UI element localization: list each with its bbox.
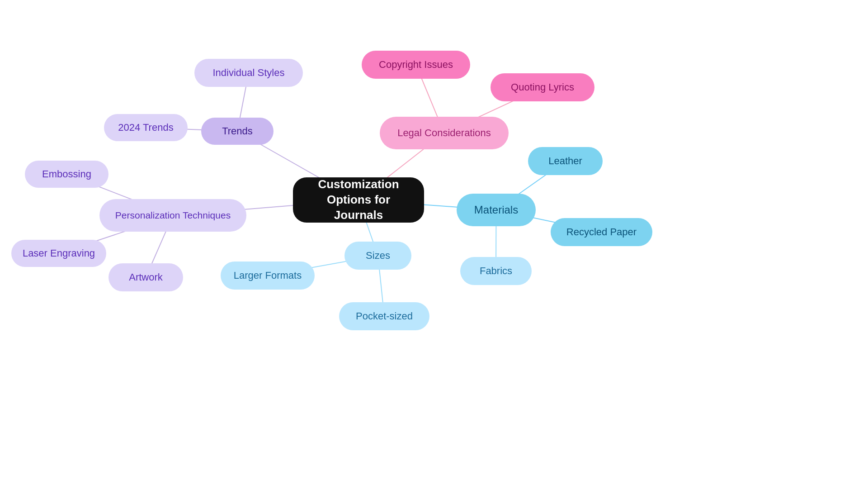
artwork-label: Artwork <box>129 271 163 283</box>
center-node: Customization Options for Journals <box>293 177 424 223</box>
artwork-node: Artwork <box>108 263 183 291</box>
trends-label: Trends <box>222 125 253 137</box>
pocket-sized-label: Pocket-sized <box>356 310 413 322</box>
trends-node: Trends <box>201 118 274 145</box>
sizes-node: Sizes <box>344 242 411 270</box>
legal-considerations-node: Legal Considerations <box>380 117 509 149</box>
personalization-techniques-node: Personalization Techniques <box>99 199 246 232</box>
sizes-label: Sizes <box>366 250 390 262</box>
personalization-techniques-label: Personalization Techniques <box>115 210 231 221</box>
leather-node: Leather <box>528 147 603 175</box>
individual-styles-node: Individual Styles <box>194 59 303 87</box>
individual-styles-label: Individual Styles <box>213 67 285 79</box>
materials-label: Materials <box>474 204 518 216</box>
recycled-paper-node: Recycled Paper <box>551 218 652 246</box>
leather-label: Leather <box>548 155 582 167</box>
laser-engraving-node: Laser Engraving <box>11 240 106 267</box>
larger-formats-label: Larger Formats <box>234 270 302 281</box>
center-label: Customization Options for Journals <box>302 177 415 223</box>
copyright-issues-label: Copyright Issues <box>379 59 453 71</box>
laser-engraving-label: Laser Engraving <box>23 247 95 259</box>
embossing-label: Embossing <box>42 168 91 180</box>
materials-node: Materials <box>457 194 536 226</box>
embossing-node: Embossing <box>25 161 108 188</box>
recycled-paper-label: Recycled Paper <box>566 226 637 238</box>
quoting-lyrics-node: Quoting Lyrics <box>491 73 594 101</box>
larger-formats-node: Larger Formats <box>221 262 315 290</box>
trends-2024-label: 2024 Trends <box>118 122 173 133</box>
copyright-issues-node: Copyright Issues <box>362 51 470 79</box>
pocket-sized-node: Pocket-sized <box>339 302 429 330</box>
quoting-lyrics-label: Quoting Lyrics <box>511 81 574 93</box>
trends-2024-node: 2024 Trends <box>104 114 188 141</box>
fabrics-label: Fabrics <box>480 265 512 277</box>
fabrics-node: Fabrics <box>460 257 532 285</box>
legal-considerations-label: Legal Considerations <box>397 127 491 139</box>
